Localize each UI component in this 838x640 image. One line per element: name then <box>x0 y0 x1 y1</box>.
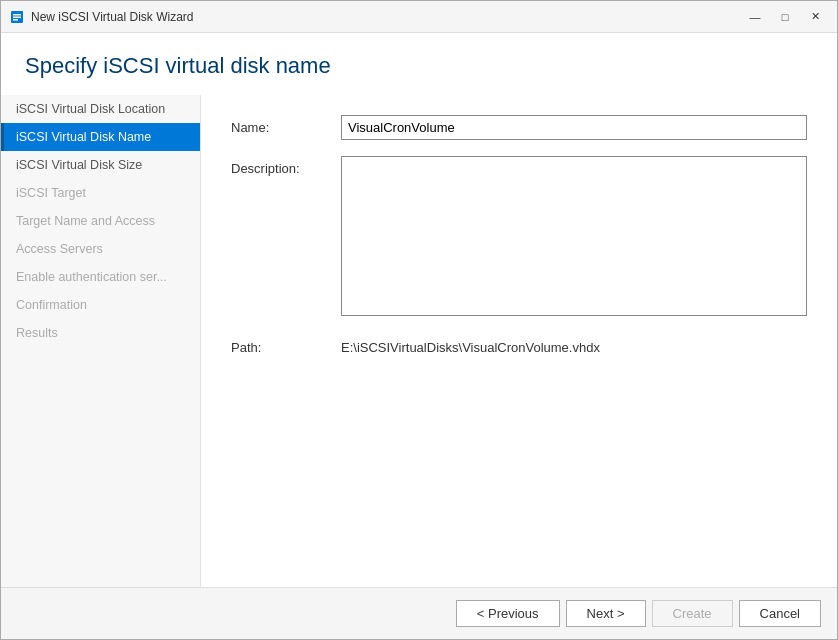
sidebar-item-iscsi-virtual-disk-size[interactable]: iSCSI Virtual Disk Size <box>1 151 200 179</box>
close-button[interactable]: ✕ <box>801 7 829 27</box>
window-title: New iSCSI Virtual Disk Wizard <box>31 10 741 24</box>
svg-rect-2 <box>13 16 21 18</box>
path-row: Path: E:\iSCSIVirtualDisks\VisualCronVol… <box>231 335 807 355</box>
sidebar-item-iscsi-virtual-disk-name[interactable]: iSCSI Virtual Disk Name <box>1 123 200 151</box>
wizard-window: New iSCSI Virtual Disk Wizard — □ ✕ Spec… <box>0 0 838 640</box>
description-row: Description: <box>231 156 807 319</box>
sidebar-item-iscsi-virtual-disk-location[interactable]: iSCSI Virtual Disk Location <box>1 95 200 123</box>
sidebar-item-enable-authentication: Enable authentication ser... <box>1 263 200 291</box>
form-area: Name: Description: Path: E:\iSCSIVirtual… <box>201 95 837 587</box>
description-control <box>341 156 807 319</box>
previous-button[interactable]: < Previous <box>456 600 560 627</box>
window-controls: — □ ✕ <box>741 7 829 27</box>
cancel-button[interactable]: Cancel <box>739 600 821 627</box>
name-input[interactable] <box>341 115 807 140</box>
svg-rect-3 <box>13 19 18 21</box>
name-row: Name: <box>231 115 807 140</box>
sidebar-item-iscsi-target: iSCSI Target <box>1 179 200 207</box>
sidebar-item-target-name-and-access: Target Name and Access <box>1 207 200 235</box>
description-label: Description: <box>231 156 341 176</box>
name-control <box>341 115 807 140</box>
name-label: Name: <box>231 115 341 135</box>
create-button[interactable]: Create <box>652 600 733 627</box>
main-body: iSCSI Virtual Disk LocationiSCSI Virtual… <box>1 95 837 587</box>
path-value: E:\iSCSIVirtualDisks\VisualCronVolume.vh… <box>341 335 807 355</box>
description-textarea[interactable] <box>341 156 807 316</box>
content-area: Specify iSCSI virtual disk name iSCSI Vi… <box>1 33 837 587</box>
sidebar-item-access-servers: Access Servers <box>1 235 200 263</box>
path-label: Path: <box>231 335 341 355</box>
next-button[interactable]: Next > <box>566 600 646 627</box>
svg-rect-1 <box>13 14 21 16</box>
path-control: E:\iSCSIVirtualDisks\VisualCronVolume.vh… <box>341 335 807 355</box>
app-icon <box>9 9 25 25</box>
page-title: Specify iSCSI virtual disk name <box>1 33 837 95</box>
sidebar: iSCSI Virtual Disk LocationiSCSI Virtual… <box>1 95 201 587</box>
footer: < Previous Next > Create Cancel <box>1 587 837 639</box>
title-bar: New iSCSI Virtual Disk Wizard — □ ✕ <box>1 1 837 33</box>
minimize-button[interactable]: — <box>741 7 769 27</box>
sidebar-item-confirmation: Confirmation <box>1 291 200 319</box>
sidebar-item-results: Results <box>1 319 200 347</box>
maximize-button[interactable]: □ <box>771 7 799 27</box>
